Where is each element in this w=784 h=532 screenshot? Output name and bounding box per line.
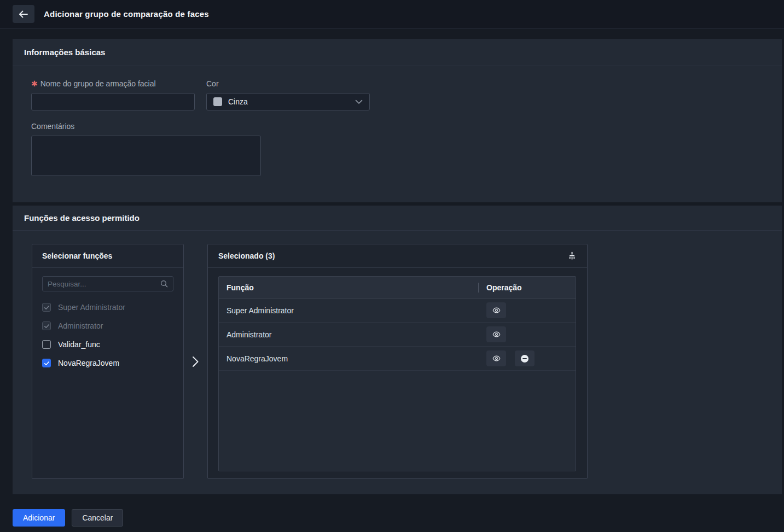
- functions-header: Funções de acesso permitido: [13, 206, 782, 231]
- select-functions-panel-title: Selecionar funções: [42, 252, 112, 260]
- function-search-input[interactable]: [48, 280, 157, 288]
- eye-icon: [492, 330, 501, 338]
- selected-table-header: Função Operação: [219, 277, 576, 299]
- remove-function-button[interactable]: [515, 350, 535, 366]
- basic-info-title: Informações básicas: [24, 48, 105, 57]
- arrow-left-icon: [19, 10, 28, 18]
- table-row-super-administrator: Super Administrator: [219, 299, 576, 323]
- color-select[interactable]: Cinza: [206, 93, 370, 110]
- operation-buttons: [478, 302, 506, 318]
- name-field-group: ✱Nome do grupo de armação facial: [31, 79, 195, 110]
- chevron-right-icon: [192, 356, 199, 367]
- clear-all-button[interactable]: [567, 252, 577, 261]
- selected-panel: Selecionado (3) Função: [207, 244, 588, 479]
- search-icon: [160, 280, 168, 288]
- function-checkbox-list: Super AdministratorAdministratorValidar_…: [32, 298, 183, 372]
- view-permissions-button[interactable]: [486, 302, 506, 318]
- functions-title: Funções de acesso permitido: [24, 213, 140, 223]
- transfer-right-button[interactable]: [184, 244, 207, 479]
- basic-info-header: Informações básicas: [13, 39, 782, 66]
- checkbox-unchecked-icon[interactable]: [42, 340, 51, 349]
- checkbox-checked-icon[interactable]: [42, 359, 51, 367]
- selected-table: Função Operação Super AdministratorAdmin…: [218, 276, 576, 471]
- comments-field-label: Comentários: [31, 122, 782, 131]
- table-row-novaregrajovem: NovaRegraJovem: [219, 347, 576, 371]
- checkbox-checked-icon: [42, 303, 51, 312]
- group-name-input[interactable]: [31, 93, 195, 110]
- checkbox-item-validar-func[interactable]: Validar_func: [32, 335, 183, 354]
- operation-buttons: [478, 350, 535, 366]
- chevron-down-icon: [355, 100, 363, 104]
- column-header-operation: Operação: [479, 283, 522, 292]
- function-name: Administrator: [219, 330, 478, 339]
- select-functions-panel: Selecionar funções Super AdministratorAd…: [32, 244, 184, 479]
- color-field-group: Cor Cinza: [206, 79, 370, 110]
- topbar: Adicionar grupo de comparação de faces: [0, 0, 784, 28]
- minus-circle-icon: [520, 354, 529, 363]
- add-button[interactable]: Adicionar: [13, 509, 65, 527]
- color-swatch-gray: [213, 97, 222, 106]
- name-field-label: ✱Nome do grupo de armação facial: [31, 79, 195, 88]
- checkbox-label: Validar_func: [58, 340, 100, 349]
- eye-icon: [492, 354, 501, 363]
- selected-panel-title: Selecionado (3): [218, 252, 275, 260]
- basic-info-body: ✱Nome do grupo de armação facial Cor Cin…: [13, 66, 782, 178]
- operation-buttons: [478, 326, 506, 342]
- comments-textarea[interactable]: [31, 136, 261, 176]
- functions-body: Selecionar funções Super AdministratorAd…: [13, 231, 782, 479]
- footer-actions: Adicionar Cancelar: [13, 509, 784, 527]
- checkbox-item-administrator: Administrator: [32, 317, 183, 335]
- table-row-administrator: Administrator: [219, 323, 576, 347]
- comments-field-group: Comentários: [31, 122, 782, 178]
- cancel-button[interactable]: Cancelar: [72, 509, 123, 527]
- function-search-box: [42, 276, 173, 291]
- color-select-value: Cinza: [228, 97, 248, 106]
- checkbox-item-novaregrajovem[interactable]: NovaRegraJovem: [32, 354, 183, 372]
- broom-icon: [567, 252, 577, 261]
- required-asterisk: ✱: [31, 79, 38, 88]
- view-permissions-button[interactable]: [486, 326, 506, 342]
- selected-table-body: Super AdministratorAdministratorNovaRegr…: [219, 299, 576, 371]
- view-permissions-button[interactable]: [486, 350, 506, 366]
- checkbox-label: Super Administrator: [58, 303, 125, 312]
- page-title: Adicionar grupo de comparação de faces: [44, 9, 209, 19]
- eye-icon: [492, 306, 501, 314]
- functions-card: Funções de acesso permitido Selecionar f…: [13, 206, 782, 494]
- back-button[interactable]: [13, 5, 34, 23]
- basic-info-card: Informações básicas ✱Nome do grupo de ar…: [13, 39, 782, 202]
- selected-panel-header: Selecionado (3): [208, 244, 587, 268]
- checkbox-label: NovaRegraJovem: [58, 359, 119, 367]
- color-field-label: Cor: [206, 79, 370, 88]
- checkbox-item-super-administrator: Super Administrator: [32, 298, 183, 317]
- function-name: Super Administrator: [219, 306, 478, 315]
- function-name: NovaRegraJovem: [219, 354, 478, 363]
- select-functions-panel-header: Selecionar funções: [32, 244, 183, 268]
- column-header-function: Função: [219, 283, 478, 292]
- checkbox-checked-icon: [42, 321, 51, 330]
- checkbox-label: Administrator: [58, 321, 103, 330]
